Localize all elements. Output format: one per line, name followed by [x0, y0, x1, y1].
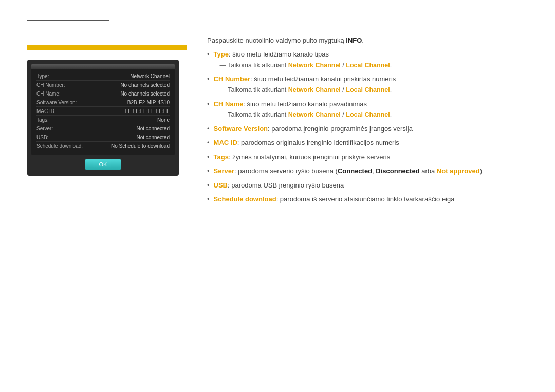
right-column: Paspauskite nuotolinio valdymo pulto myg… [207, 35, 528, 209]
term-text: : parodomas originalus įrenginio identif… [237, 139, 399, 146]
term: Schedule download [214, 195, 276, 203]
local-channel: Local Channel [346, 86, 390, 94]
info-row: Software Version:B2B-E2-MIP-4S10 [36, 98, 170, 107]
bullet-content: Schedule download: parodoma iš serverio … [214, 194, 528, 204]
list-item: Schedule download: parodoma iš serverio … [207, 194, 528, 204]
info-panel-header [31, 64, 175, 69]
info-row: CH Number:No channels selected [36, 81, 170, 89]
info-label: MAC ID: [36, 108, 83, 114]
connected: Connected [338, 167, 372, 175]
arba: arba [420, 167, 437, 175]
term: Type [214, 50, 229, 58]
info-label: CH Number: [36, 82, 83, 88]
list-item: Server: parodoma serverio ryšio būsena (… [207, 166, 528, 176]
term-text: : žymės nustatymai, kuriuos įrenginiui p… [229, 153, 390, 161]
info-label: CH Name: [36, 91, 83, 97]
info-row: Schedule download:No Schedule to downloa… [36, 142, 170, 150]
bullet-list: Type: šiuo metu leidžiamo kanalo tipasTa… [207, 49, 528, 204]
intro-prefix: Paspauskite nuotolinio valdymo pulto myg… [207, 36, 346, 44]
network-channel: Network Channel [288, 111, 341, 118]
ok-button[interactable]: OK [85, 159, 122, 170]
intro-suffix: . [362, 36, 364, 44]
bullet-content: Server: parodoma serverio ryšio būsena (… [214, 166, 528, 176]
info-value: No channels selected [120, 82, 170, 88]
info-value: None [157, 117, 170, 123]
highlight-heading [27, 45, 187, 50]
info-value: B2B-E2-MIP-4S10 [127, 100, 170, 105]
term: Software Version [214, 125, 268, 133]
term: MAC ID [214, 139, 237, 146]
intro-text: Paspauskite nuotolinio valdymo pulto myg… [207, 36, 528, 44]
bullet-content: Type: šiuo metu leidžiamo kanalo tipasTa… [214, 49, 528, 70]
disconnected: Disconnected [376, 167, 419, 175]
sub-dot: . [390, 62, 392, 69]
bullet-content: CH Number: šiuo metu leidžiamam kanalui … [214, 74, 528, 95]
info-label: Tags: [36, 117, 83, 123]
sub-bullet: Taikoma tik atkuriant Network Channel / … [220, 61, 528, 70]
bullet-content: Software Version: parodoma įrenginio pro… [214, 124, 528, 134]
term: CH Number [214, 75, 251, 83]
info-label: USB: [36, 135, 83, 140]
term: CH Name [214, 100, 244, 108]
list-item: Software Version: parodoma įrenginio pro… [207, 124, 528, 134]
tv-screen: Type:Network ChannelCH Number:No channel… [27, 60, 179, 176]
info-row: Type:Network Channel [36, 72, 170, 81]
list-item: USB: parodoma USB įrenginio ryšio būsena [207, 180, 528, 191]
term-text: : šiuo metu leidžiamo kanalo pavadinimas [243, 100, 367, 108]
list-item: CH Name: šiuo metu leidžiamo kanalo pava… [207, 99, 528, 120]
list-item: Tags: žymės nustatymai, kuriuos įrengini… [207, 152, 528, 162]
term: USB [214, 181, 228, 189]
info-row: CH Name:No channels selected [36, 89, 170, 98]
slash: / [341, 86, 346, 94]
network-channel: Network Channel [288, 86, 341, 94]
list-item: CH Number: šiuo metu leidžiamam kanalui … [207, 74, 528, 95]
sub-bullet: Taikoma tik atkuriant Network Channel / … [220, 110, 528, 120]
info-label: Software Version: [36, 100, 83, 105]
info-row: USB:Not connected [36, 133, 170, 142]
top-rule [27, 21, 528, 21]
info-panel-body: Type:Network ChannelCH Number:No channel… [31, 69, 175, 155]
term: Tags [214, 153, 229, 161]
info-value: Not connected [137, 135, 170, 140]
local-channel: Local Channel [346, 62, 390, 69]
info-row: MAC ID:FF:FF:FF:FF:FF:FF [36, 107, 170, 116]
bullet-content: CH Name: šiuo metu leidžiamo kanalo pava… [214, 99, 528, 120]
info-panel: Type:Network ChannelCH Number:No channel… [31, 64, 175, 155]
slash: / [341, 111, 346, 118]
bullet-content: USB: parodoma USB įrenginio ryšio būsena [214, 180, 528, 191]
info-value: FF:FF:FF:FF:FF:FF [125, 108, 170, 114]
info-value: No channels selected [120, 91, 170, 97]
intro-bold: INFO [346, 36, 362, 44]
term-text: : parodoma iš serverio atsisiunčiamo tin… [276, 195, 455, 203]
info-value: No Schedule to download [111, 143, 170, 149]
local-channel: Local Channel [346, 111, 390, 118]
slash: / [341, 62, 346, 69]
network-channel: Network Channel [288, 62, 341, 69]
info-value: Not connected [137, 126, 170, 132]
list-item: Type: šiuo metu leidžiamo kanalo tipasTa… [207, 49, 528, 70]
term-text: : parodoma serverio ryšio būsena ( [234, 167, 338, 175]
sub-dot: . [390, 111, 392, 118]
not-approved: Not approved [437, 167, 480, 175]
info-row: Server:Not connected [36, 124, 170, 133]
info-value: Network Channel [130, 73, 170, 79]
info-label: Server: [36, 126, 83, 132]
info-row: Tags:None [36, 116, 170, 124]
sub-bullet: Taikoma tik atkuriant Network Channel / … [220, 85, 528, 95]
info-label: Schedule download: [36, 143, 83, 149]
term-text: : parodoma USB įrenginio ryšio būsena [228, 181, 344, 189]
bullet-content: MAC ID: parodomas originalus įrenginio i… [214, 138, 528, 148]
suffix: ) [480, 167, 482, 175]
term-text: : šiuo metu leidžiamam kanalui priskirta… [250, 75, 396, 83]
footnote-rule [27, 185, 109, 185]
info-label: Type: [36, 73, 83, 79]
bullet-content: Tags: žymės nustatymai, kuriuos įrengini… [214, 152, 528, 162]
left-column: Type:Network ChannelCH Number:No channel… [27, 35, 187, 189]
sub-dot: . [390, 86, 392, 94]
term-text: : šiuo metu leidžiamo kanalo tipas [229, 50, 329, 58]
ok-button-wrap: OK [31, 155, 175, 172]
list-item: MAC ID: parodomas originalus įrenginio i… [207, 138, 528, 148]
term-text: : parodoma įrenginio programinės įrangos… [268, 125, 413, 133]
term: Server [214, 167, 234, 175]
